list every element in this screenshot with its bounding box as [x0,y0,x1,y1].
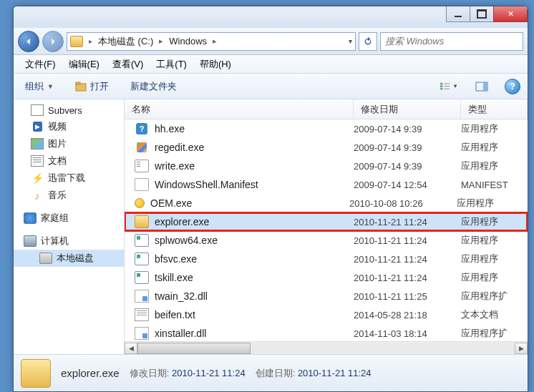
file-name: tskill.exe [155,272,354,283]
file-name: write.exe [155,160,354,172]
file-row[interactable]: twain_32.dll2010-11-21 11:25应用程序扩 [125,287,528,305]
help-button[interactable]: ? [505,79,520,94]
file-date: 2010-11-21 11:24 [354,217,461,227]
file-icon [135,160,149,172]
computer-icon [24,235,37,247]
file-row[interactable]: bfsvc.exe2010-11-21 11:24应用程序 [125,250,528,268]
back-button[interactable] [18,31,39,52]
sidebar-item-documents[interactable]: 文档 [14,152,124,170]
open-button[interactable]: 打开 [71,77,113,96]
file-name: OEM.exe [150,197,349,209]
svg-rect-2 [440,82,443,84]
menu-help[interactable]: 帮助(H) [194,56,237,73]
address-bar[interactable]: ▸ 本地磁盘 (C:) ▸ Windows ▸ ▾ [67,32,356,51]
file-row[interactable]: WindowsShell.Manifest2009-07-14 12:54MAN… [125,175,528,194]
svg-rect-1 [76,82,80,84]
menubar: 文件(F) 编辑(E) 查看(V) 工具(T) 帮助(H) [14,55,528,74]
sidebar-item-pictures[interactable]: 图片 [14,135,124,152]
menu-edit[interactable]: 编辑(E) [63,56,105,73]
navigation-pane: Subvers 视频 图片 文档 迅雷下载 音乐 家庭组 计算机 本地磁盘 [14,99,125,354]
close-button[interactable]: ✕ [493,6,528,22]
minimize-button[interactable] [446,6,470,22]
file-name: xinstaller.dll [155,328,354,339]
file-date: 2009-07-14 9:39 [354,161,461,172]
menu-view[interactable]: 查看(V) [107,56,149,73]
file-name: twain_32.dll [155,290,354,302]
refresh-button[interactable] [359,32,377,51]
horizontal-scrollbar[interactable]: ◀ ▶ [125,341,528,354]
status-mod-date: 2010-11-21 11:24 [172,368,246,378]
file-date: 2009-07-14 9:39 [354,142,461,153]
search-input[interactable] [385,36,518,46]
sidebar-item-localdisk[interactable]: 本地磁盘 [14,250,124,267]
file-date: 2014-05-28 21:18 [354,310,461,320]
organize-label: 组织 [25,80,44,93]
file-row[interactable]: explorer.exe2010-11-21 11:24应用程序 [125,212,528,231]
file-name: hh.exe [155,123,354,134]
scroll-left-button[interactable]: ◀ [125,343,137,354]
breadcrumb-sep: ▸ [159,36,163,46]
column-name[interactable]: 名称 [125,99,354,119]
sidebar-item-computer[interactable]: 计算机 [14,232,124,250]
svg-rect-4 [440,87,443,89]
sidebar-item-videos[interactable]: 视频 [14,118,124,135]
view-options-button[interactable]: ▼ [439,78,459,95]
sidebar-item-thunder[interactable]: 迅雷下载 [14,170,124,187]
preview-pane-button[interactable] [472,78,492,95]
search-box[interactable] [380,32,523,51]
forward-button[interactable] [42,31,64,52]
file-icon [135,234,149,247]
sidebar-item-homegroup[interactable]: 家庭组 [14,210,124,227]
scroll-track[interactable] [137,343,515,354]
sidebar-item-music[interactable]: 音乐 [14,187,124,204]
file-type: 应用程序 [461,160,528,172]
scroll-right-button[interactable]: ▶ [515,343,528,354]
file-date: 2010-11-21 11:24 [354,235,461,246]
file-row[interactable]: splwow64.exe2010-11-21 11:24应用程序 [125,231,528,250]
file-icon [135,308,149,321]
addr-dropdown[interactable]: ▾ [349,37,352,45]
file-row[interactable]: tskill.exe2010-11-21 11:24应用程序 [125,268,528,287]
file-row[interactable]: write.exe2009-07-14 9:39应用程序 [125,157,528,175]
file-row[interactable]: hh.exe2009-07-14 9:39应用程序 [125,119,528,138]
file-date: 2010-10-08 10:26 [349,198,457,209]
menu-tools[interactable]: 工具(T) [150,56,193,73]
column-headers: 名称 修改日期 类型 [125,99,528,119]
file-icon [135,271,149,284]
column-type[interactable]: 类型 [461,99,528,119]
file-row[interactable]: xinstaller.dll2014-11-03 18:14应用程序扩 [125,324,528,341]
file-type: 应用程序 [461,141,528,154]
navbar: ▸ 本地磁盘 (C:) ▸ Windows ▸ ▾ [14,28,528,55]
newfolder-label: 新建文件夹 [130,80,177,93]
file-icon [135,198,145,208]
svn-icon [31,104,44,116]
file-date: 2010-11-21 11:24 [354,273,461,283]
menu-file[interactable]: 文件(F) [19,56,62,73]
status-file-icon [21,359,51,388]
video-icon [31,121,44,132]
breadcrumb-folder[interactable]: Windows [169,36,207,46]
organize-button[interactable]: 组织▼ [21,77,58,96]
file-icon [135,141,149,154]
file-row[interactable]: beifen.txt2014-05-28 21:18文本文档 [125,305,528,324]
status-mod-label: 修改日期: [130,368,170,378]
file-row[interactable]: regedit.exe2009-07-14 9:39应用程序 [125,138,528,157]
file-icon [135,178,149,191]
file-date: 2010-11-21 11:24 [354,254,461,265]
file-name: regedit.exe [155,142,354,153]
music-icon [31,190,44,201]
file-name: beifen.txt [155,309,354,320]
file-date: 2009-07-14 9:39 [354,124,461,134]
file-row[interactable]: OEM.exe2010-10-08 10:26应用程序 [125,194,528,212]
breadcrumb-drive[interactable]: 本地磁盘 (C:) [98,35,153,48]
scroll-thumb[interactable] [137,343,251,354]
sidebar-item-subversion[interactable]: Subvers [14,102,124,118]
pictures-icon [31,138,44,150]
file-type: 应用程序扩 [461,290,528,303]
column-date[interactable]: 修改日期 [354,99,461,119]
file-icon [135,253,149,265]
file-icon [135,290,149,303]
maximize-button[interactable] [470,6,494,22]
file-type: 应用程序 [461,234,528,247]
new-folder-button[interactable]: 新建文件夹 [126,77,181,96]
